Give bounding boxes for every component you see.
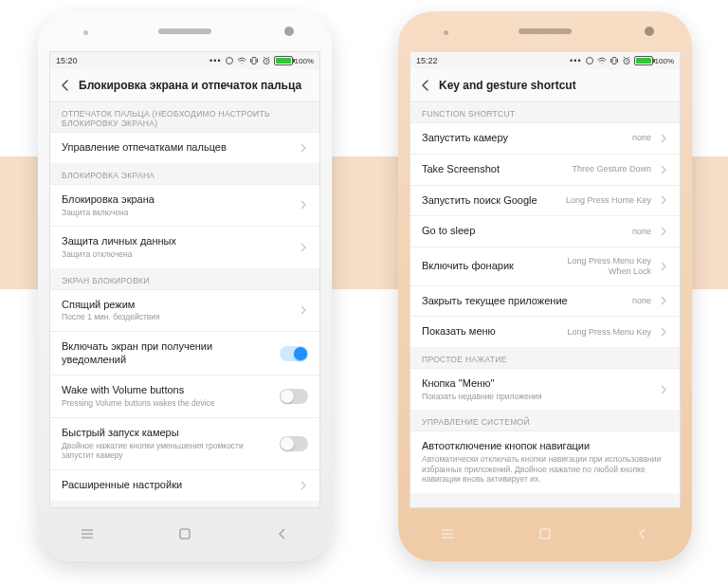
row-label: Расширенные настройки [62,479,291,492]
row-label: Показать меню [422,325,559,339]
more-icon: ••• [570,56,581,65]
home-key-icon[interactable] [176,525,193,542]
row-sub: Защита отключена [62,249,291,260]
row-label: Спящий режим [62,299,291,312]
phone-right: 15:22 ••• 100% Key and gesture shortcut … [398,11,692,561]
status-time: 15:20 [56,56,78,65]
svg-rect-7 [540,529,550,539]
svg-rect-1 [252,58,256,64]
row-label: Take Screenshot [422,163,564,176]
speaker [158,28,211,34]
row-sub: Автоматически отключать кнопки навигации… [422,454,668,485]
settings-list[interactable]: FUNCTION SHORTCUT Запустить камеру none … [410,101,680,507]
row-show-menu[interactable]: Показать меню Long Press Menu Key [410,316,680,347]
settings-list[interactable]: ОТПЕЧАТОК ПАЛЬЦА (НЕОБХОДИМО НАСТРОИТЬ Б… [50,101,319,507]
titlebar: Key and gesture shortcut [410,69,680,102]
alarm-icon [262,56,271,65]
chevron-right-icon [659,134,668,143]
section-single-tap: ПРОСТОЕ НАЖАТИЕ [410,347,680,368]
row-value: none [632,296,651,306]
row-label: Запустить камеру [422,132,625,145]
more-icon: ••• [209,56,221,65]
titlebar: Блокировка экрана и отпечаток пальца [50,69,319,102]
row-take-screenshot[interactable]: Take Screenshot Three Gesture Down [410,154,680,185]
row-value: Long Press Menu Key When Lock [552,256,651,277]
row-sleep[interactable]: Спящий режим После 1 мин. бездействия [50,289,319,331]
back-icon[interactable] [58,78,73,93]
row-label: Блокировка экрана [62,193,291,207]
screen-right: 15:22 ••• 100% Key and gesture shortcut … [410,51,681,508]
row-manage-fingerprints[interactable]: Управление отпечатками пальцев [50,132,319,163]
page-title: Key and gesture shortcut [439,79,576,92]
row-value: Three Gesture Down [572,164,651,174]
row-value: Long Press Home Key [566,195,651,206]
vibrate-icon [249,56,259,65]
row-label: Включать экран при получении уведомлений [62,340,272,367]
row-flashlight[interactable]: Включить фонарик Long Press Menu Key Whe… [410,247,680,285]
screen-left: 15:20 ••• 100% Блокировка экрана и отпеч… [49,51,320,508]
row-label: Включить фонарик [422,260,544,273]
back-icon[interactable] [418,78,433,93]
status-bar: 15:22 ••• 100% [410,52,680,69]
row-wake-on-notification[interactable]: Включать экран при получении уведомлений [50,331,319,375]
phone-left: 15:20 ••• 100% Блокировка экрана и отпеч… [38,11,332,561]
menu-key-icon[interactable] [79,525,96,542]
section-screen-lock: БЛОКИРОВКА ЭКРАНА [50,163,319,184]
back-key-icon[interactable] [634,525,651,542]
row-sub: Pressing Volume buttons wakes the device [62,398,272,409]
hw-nav-keys [38,520,332,548]
row-advanced[interactable]: Расширенные настройки [50,469,319,501]
chevron-right-icon [659,262,668,271]
sync-icon [585,56,594,65]
sensor-dot [444,30,448,35]
chevron-right-icon [659,327,668,337]
row-sub: Двойное нажатие кнопки уменьшения громко… [62,441,272,461]
chevron-right-icon [299,243,308,252]
chevron-right-icon [299,481,308,490]
battery-indicator: 100% [274,56,314,65]
svg-point-4 [586,58,592,64]
svg-rect-3 [180,529,190,539]
row-label: Кнопка "Меню" [422,377,651,391]
row-value: none [632,227,651,237]
battery-indicator: 100% [634,56,674,65]
chevron-right-icon [299,305,308,315]
row-screen-lock[interactable]: Блокировка экрана Защита включена [50,184,319,226]
svg-point-0 [226,58,232,64]
status-time: 15:22 [416,56,438,65]
row-privacy[interactable]: Защита личных данных Защита отключена [50,226,319,267]
row-launch-camera[interactable]: Запустить камеру none [410,122,680,154]
front-camera [645,27,654,36]
row-label: Быстрый запуск камеры [62,427,272,440]
row-wake-volume[interactable]: Wake with Volume buttons Pressing Volume… [50,375,319,416]
row-close-app[interactable]: Закрыть текущее приложение none [410,285,680,317]
section-fingerprint: ОТПЕЧАТОК ПАЛЬЦА (НЕОБХОДИМО НАСТРОИТЬ Б… [50,101,319,132]
row-label: Закрыть текущее приложение [422,295,625,308]
hw-nav-keys [398,520,692,548]
row-sub: После 1 мин. бездействия [62,312,291,322]
toggle-wake-notification[interactable] [280,346,308,361]
row-sub: Защита включена [62,208,291,218]
chevron-right-icon [659,227,668,236]
home-key-icon[interactable] [537,525,554,542]
back-key-icon[interactable] [274,525,291,542]
row-value: none [632,133,651,143]
section-function-shortcut: FUNCTION SHORTCUT [410,101,680,122]
sync-icon [225,56,234,65]
row-label: Wake with Volume buttons [62,384,272,397]
toggle-quick-camera[interactable] [280,436,308,451]
speaker [519,28,572,34]
row-google-search[interactable]: Запустить поиск Google Long Press Home K… [410,185,680,216]
row-quick-camera[interactable]: Быстрый запуск камеры Двойное нажатие кн… [50,417,319,469]
row-go-to-sleep[interactable]: Go to sleep none [410,215,680,247]
toggle-wake-volume[interactable] [280,389,308,404]
front-camera [284,27,294,36]
row-auto-disable-nav[interactable]: Автоотключение кнопок навигации Автомати… [410,430,680,493]
sensor-dot [83,30,88,35]
wifi-icon [597,56,607,65]
row-menu-button[interactable]: Кнопка "Меню" Показать недавние приложен… [410,368,680,410]
menu-key-icon[interactable] [439,525,456,542]
section-lockscreen: ЭКРАН БЛОКИРОВКИ [50,268,319,289]
chevron-right-icon [659,296,668,305]
row-value: Long Press Menu Key [567,327,651,338]
